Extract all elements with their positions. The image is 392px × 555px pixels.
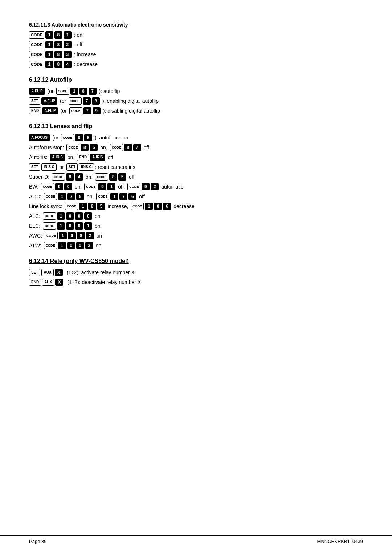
key-2: 2 — [64, 41, 72, 48]
text: on, — [99, 145, 109, 150]
text: on, — [85, 194, 95, 199]
text: decrease — [172, 203, 194, 209]
text: off, — [117, 184, 126, 190]
key-7: 7 — [67, 193, 75, 200]
text: Autofocus stop: — [29, 145, 65, 150]
page-content: 6.12.11.3 Automatic electronic sensitivi… — [0, 0, 392, 331]
key-1: 1 — [58, 242, 66, 249]
text: BW: — [29, 184, 40, 190]
key-8: 8 — [54, 61, 62, 68]
row-text: : increase — [74, 52, 96, 57]
key-end: END — [77, 154, 89, 161]
key-aux: AUX — [42, 279, 54, 286]
key-aux: AUX — [41, 269, 53, 276]
key-1b: 1 — [110, 193, 118, 200]
key-2: 2 — [151, 183, 159, 190]
section-6-12-14: 6.12.14 Relè (only WV-CS850 model) SET A… — [29, 258, 363, 286]
row-bw: BW: CODE 9 0 on, CODE 9 1 off, CODE 9 2 … — [29, 183, 363, 190]
key-end: END — [29, 107, 41, 114]
text: off — [106, 154, 113, 160]
section-6-12-11-3: 6.12.11.3 Automatic electronic sensitivi… — [29, 22, 363, 68]
text: Line lock sync: — [29, 203, 64, 209]
row-text: ): autoflip — [99, 88, 120, 94]
key-8: 8 — [79, 88, 87, 95]
key-1: 1 — [45, 41, 53, 48]
text: on — [93, 223, 100, 229]
row-text: ): autofocus on — [95, 135, 128, 141]
key-8: 8 — [54, 31, 62, 39]
key-1: 1 — [107, 183, 115, 190]
key-set: SET — [29, 269, 40, 276]
row-set-aflip-enable: SET A.FLIP (or CODE 7 8 ): enabling digi… — [29, 97, 363, 105]
key-airis2: A.IRIS — [90, 154, 105, 161]
section-title-6-12-12: 6.12.12 Autoflip — [29, 77, 363, 83]
key-code-sm: CODE — [43, 222, 56, 230]
key-code-sm: CODE — [44, 193, 57, 200]
key-5: 5 — [118, 173, 126, 181]
text-or: (or — [46, 88, 55, 94]
key-set: SET — [29, 97, 40, 105]
key-code-sm2: CODE — [110, 144, 123, 151]
key-set: SET — [29, 163, 40, 171]
row-iris-reset: SET IRIS O or SET IRIS C : reset camera … — [29, 163, 363, 171]
key-1: 1 — [59, 232, 67, 239]
row-text: ): disabling digital autoflip — [103, 108, 160, 114]
key-7: 7 — [133, 144, 141, 151]
key-1: 1 — [79, 203, 87, 210]
key-code: CODE — [29, 61, 44, 68]
key-7: 7 — [89, 88, 97, 95]
key-3: 3 — [85, 242, 93, 249]
key-6: 6 — [128, 193, 136, 200]
key-7: 7 — [83, 97, 91, 105]
text: off — [127, 174, 134, 180]
key-8: 8 — [92, 97, 100, 105]
key-aflip: A.FLIP — [42, 107, 58, 114]
row-superd: Super-D: CODE 8 4 on, CODE 8 5 off — [29, 173, 363, 181]
key-8b: 8 — [109, 173, 117, 181]
key-0b: 0 — [77, 232, 85, 239]
text: ELC: — [29, 223, 42, 229]
key-1: 1 — [58, 193, 66, 200]
key-code-sm: CODE — [66, 144, 79, 151]
key-1b: 1 — [145, 203, 153, 210]
key-9b: 9 — [98, 183, 106, 190]
text-or: (or — [58, 98, 68, 104]
key-0a: 0 — [67, 242, 75, 249]
key-code-sm2: CODE — [84, 183, 97, 190]
key-code: CODE — [29, 51, 44, 58]
key-1: 1 — [45, 51, 53, 58]
key-1: 1 — [57, 222, 65, 230]
text: on — [95, 233, 102, 239]
key-x: X — [55, 269, 63, 276]
row-autoiris: Autoiris: A.IRIS on, END A.IRIS off — [29, 154, 363, 161]
key-4: 4 — [64, 61, 72, 68]
page-number: Page 89 — [29, 539, 46, 544]
row-1183: CODE 1 8 3 : increase — [29, 51, 363, 58]
key-code-sm: CODE — [69, 97, 82, 105]
row-end-aux-x-deactivate: END AUX X (1÷2): deactivate relay number… — [29, 279, 363, 286]
text: on — [93, 213, 100, 219]
key-iris-c: IRIS C — [79, 163, 94, 171]
row-text: (1÷2): activate relay number X — [65, 270, 135, 275]
text: (or — [51, 135, 60, 141]
text: on, — [73, 184, 83, 190]
row-end-aflip-disable: END A.FLIP (or CODE 7 9 ): disabling dig… — [29, 107, 363, 114]
row-agc: AGC: CODE 1 7 5 on, CODE 1 7 6 off — [29, 193, 363, 200]
key-9: 9 — [93, 107, 101, 114]
text: Super-D: — [29, 174, 51, 180]
key-8: 8 — [88, 203, 96, 210]
key-code-sm2: CODE — [95, 173, 108, 181]
text: on, — [66, 154, 76, 160]
key-8: 8 — [54, 41, 62, 48]
key-1b: 1 — [64, 31, 72, 39]
key-code-sm: CODE — [45, 232, 58, 239]
key-x: X — [55, 279, 63, 286]
row-text: : decrease — [74, 61, 98, 67]
section-6-12-12: 6.12.12 Autoflip A.FLIP (or CODE 1 8 7 )… — [29, 77, 363, 114]
key-8b: 8 — [84, 134, 92, 141]
row-text: (1÷2): deactivate relay number X — [66, 279, 141, 285]
key-5: 5 — [76, 193, 84, 200]
row-elc: ELC: CODE 1 0 0 1 on — [29, 222, 363, 230]
key-1: 1 — [57, 212, 65, 220]
key-1: 1 — [45, 31, 53, 39]
